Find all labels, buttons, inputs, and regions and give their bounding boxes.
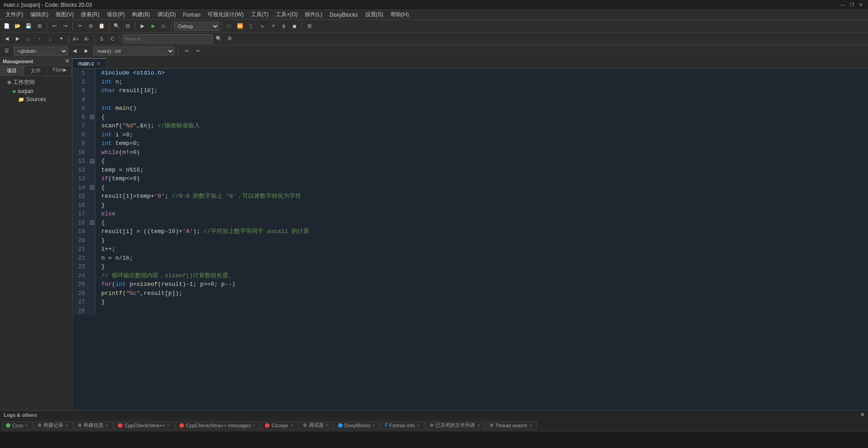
fold-marker-14[interactable]: - (90, 185, 94, 190)
tree-sources[interactable]: 📁 Sources (0, 95, 72, 103)
panel-toggle-btn[interactable]: ☰ (2, 46, 12, 56)
minimize-button[interactable]: — (839, 1, 846, 9)
code-editor[interactable]: 1 #include <stdio.h> 2 int n; 3 char res… (72, 69, 868, 443)
toggle-comment[interactable]: C (108, 34, 118, 44)
menu-doxyblocks[interactable]: DoxyBlocks (326, 11, 362, 19)
fold-marker-11[interactable]: - (90, 159, 94, 163)
tab-thread-search[interactable]: ⚙ Thread search ✕ (486, 421, 537, 429)
cppcheck-msgs-icon (179, 423, 184, 428)
forward-btn[interactable]: ▶ (13, 34, 23, 44)
toggle-highlight[interactable]: S (97, 34, 107, 44)
function-select[interactable]: main() : int (93, 47, 175, 56)
tab-cppcheck-msgs[interactable]: CppCheck/Vera++ messages ✕ (175, 421, 260, 429)
fortran-close-icon[interactable]: ✕ (417, 423, 420, 428)
build-config-select[interactable]: Debug (174, 22, 219, 31)
prev-fn-btn[interactable]: ◀ (70, 46, 80, 56)
tab-cscope[interactable]: Cscope ✕ (261, 421, 297, 429)
tree-project[interactable]: ■ suqian (0, 87, 72, 95)
tree-workspace[interactable]: ⊕ 工作空间 (0, 78, 72, 87)
editor-tab-main-c[interactable]: main.c ✕ (72, 58, 106, 68)
fold-marker-6[interactable]: - (90, 115, 94, 119)
cppcheck-msgs-close-icon[interactable]: ✕ (252, 423, 256, 428)
watches-btn[interactable]: ⊞ (304, 21, 314, 31)
tab-fortran-info[interactable]: F Fortran info ✕ (381, 421, 424, 429)
fold-marker-18[interactable]: - (90, 220, 94, 225)
paste-button[interactable]: 📋 (97, 21, 107, 31)
menu-search[interactable]: 搜索(R) (77, 10, 103, 19)
panel-close-icon[interactable]: ✕ (65, 58, 69, 64)
tab-cccc[interactable]: Cccc ✕ (2, 421, 33, 429)
tab-build-info[interactable]: ⚙ 构建信息 ✕ (74, 421, 113, 429)
menu-fortran[interactable]: Fortran (179, 11, 204, 19)
tab-files[interactable]: 文件 (24, 66, 48, 75)
global-scope-select[interactable]: <global> (14, 47, 68, 56)
tab-fsync[interactable]: FSyn▶ (48, 66, 72, 75)
debugger-close-icon[interactable]: ✕ (326, 423, 329, 428)
menu-plugins[interactable]: 插件(L) (301, 10, 326, 19)
build-run-btn[interactable]: ▷ (159, 21, 169, 31)
undo-button[interactable]: ↩ (49, 21, 59, 31)
save-button[interactable]: 💾 (24, 21, 33, 31)
text-size-up[interactable]: A+ (71, 34, 81, 44)
search-input[interactable] (123, 34, 213, 43)
step-out-btn[interactable]: ↗ (268, 21, 278, 31)
step-in-btn[interactable]: ↘ (257, 21, 267, 31)
thread-search-close-icon[interactable]: ✕ (529, 423, 533, 428)
closed-files-close-icon[interactable]: ✕ (477, 423, 481, 428)
menu-debug[interactable]: 调试(D) (154, 10, 179, 19)
menu-tools[interactable]: 工具(T) (247, 10, 272, 19)
find-button[interactable]: 🔍 (112, 21, 122, 31)
build-info-close-icon[interactable]: ✕ (105, 423, 109, 428)
bottom-panel-close-icon[interactable]: ✕ (860, 412, 864, 418)
menu-tools-plus[interactable]: 工具+(O) (272, 10, 301, 19)
home-btn[interactable]: ⌂ (24, 34, 33, 44)
stop-btn[interactable]: ⏹ (289, 21, 299, 31)
save-all-button[interactable]: ⊞ (34, 21, 44, 31)
replace-button[interactable]: ⊟ (123, 21, 132, 31)
tab-close-icon[interactable]: ✕ (97, 61, 100, 66)
tab-project[interactable]: 项目 (0, 66, 24, 75)
tab-closed-files[interactable]: ⚙ 已关闭的文件列表 ✕ (425, 421, 485, 429)
pause-btn[interactable]: ⏸ (278, 21, 288, 31)
build-log-close-icon[interactable]: ✕ (65, 423, 69, 428)
search-go-btn[interactable]: 🔍 (214, 34, 224, 44)
menu-view[interactable]: 视图(V) (52, 10, 77, 19)
tab-build-log[interactable]: ⚙ 构建记录 ✕ (33, 421, 73, 429)
text-size-down[interactable]: A- (82, 34, 92, 44)
cccc-close-icon[interactable]: ✕ (25, 423, 28, 428)
jump-back-btn[interactable]: ⇐ (193, 46, 203, 56)
cscope-close-icon[interactable]: ✕ (290, 423, 294, 428)
tab-debugger[interactable]: ⚙ 调试器 ✕ (299, 421, 333, 429)
add-bookmark-btn[interactable]: ✦ (56, 34, 66, 44)
debug-btn[interactable]: ▷ (224, 21, 234, 31)
tab-cppcheck[interactable]: CppCheck/Vera++ ✕ (114, 421, 175, 429)
run-btn[interactable]: ▶ (148, 21, 158, 31)
new-file-button[interactable]: 📄 (2, 21, 12, 31)
menu-build[interactable]: 构建(B) (128, 10, 154, 19)
step-next-btn[interactable]: ⤵ (246, 21, 256, 31)
next-bookmark-btn[interactable]: ↓ (45, 34, 55, 44)
cppcheck-close-icon[interactable]: ✕ (167, 423, 170, 428)
menu-edit[interactable]: 编辑(E) (27, 10, 52, 19)
redo-button[interactable]: ↪ (60, 21, 70, 31)
menu-file[interactable]: 文件(F) (2, 10, 27, 19)
open-file-button[interactable]: 📂 (13, 21, 23, 31)
menu-help[interactable]: 帮助(H) (387, 10, 413, 19)
build-btn[interactable]: ▶ (137, 21, 147, 31)
menu-project[interactable]: 项目(P) (103, 10, 128, 19)
jump-forward-btn[interactable]: ⇒ (181, 46, 191, 56)
doxyblocks-close-icon[interactable]: ✕ (372, 423, 376, 428)
cut-button[interactable]: ✂ (75, 21, 85, 31)
back-btn[interactable]: ◀ (2, 34, 12, 44)
next-fn-btn[interactable]: ▶ (81, 46, 91, 56)
copy-button[interactable]: ⧉ (86, 21, 96, 31)
search-options-btn[interactable]: ⚙ (225, 34, 235, 44)
menu-settings[interactable]: 设置(S) (362, 10, 387, 19)
close-button[interactable]: ✕ (857, 1, 864, 9)
continue-btn[interactable]: ⏩ (235, 21, 245, 31)
prev-bookmark-btn[interactable]: ↑ (34, 34, 44, 44)
tab-doxyblocks[interactable]: DoxyBlocks ✕ (334, 421, 380, 429)
maximize-button[interactable]: ❐ (848, 1, 855, 9)
menu-vis[interactable]: 可视化设计(W) (204, 10, 247, 19)
panel-tabs: 项目 文件 FSyn▶ (0, 66, 72, 76)
